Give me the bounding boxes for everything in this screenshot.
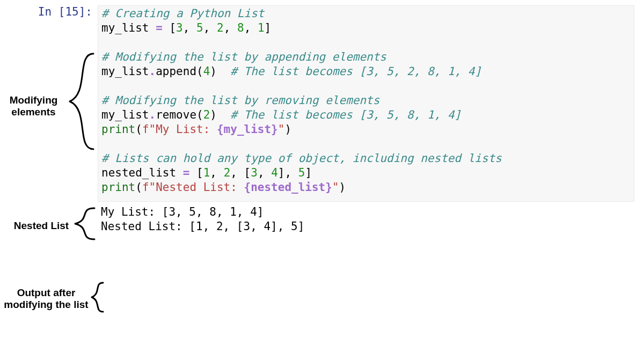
code-comment: # Modifying the list by removing element…	[101, 94, 379, 107]
output-line: Nested List: [1, 2, [3, 4], 5]	[101, 220, 304, 233]
input-prompt: In [15]:	[38, 5, 92, 18]
code-editor[interactable]: # Creating a Python List my_list = [3, 5…	[98, 5, 634, 202]
output-line: My List: [3, 5, 8, 1, 4]	[101, 205, 264, 218]
code-comment: # Modifying the list by appending elemen…	[101, 50, 386, 63]
code-comment: # The list becomes [3, 5, 8, 1, 4]	[230, 108, 461, 121]
code-comment: # The list becomes [3, 5, 2, 8, 1, 4]	[230, 65, 481, 78]
annotation-nested-list: Nested List	[12, 220, 71, 232]
output-area: My List: [3, 5, 8, 1, 4] Nested List: [1…	[98, 202, 634, 234]
notebook-cell: In [15]: # Creating a Python List my_lis…	[98, 5, 634, 234]
brace-icon	[65, 50, 97, 152]
input-row: In [15]: # Creating a Python List my_lis…	[98, 5, 634, 202]
annotation-output: Output after modifying the list	[1, 287, 92, 311]
brace-icon	[72, 205, 97, 243]
canvas: In [15]: # Creating a Python List my_lis…	[0, 0, 644, 338]
operator: =	[149, 21, 170, 34]
brace-icon	[90, 280, 105, 314]
code-comment: # Lists can hold any type of object, inc…	[101, 152, 502, 165]
code-comment: # Creating a Python List	[101, 7, 264, 20]
code-text: my_list	[101, 21, 149, 34]
annotation-modifying-elements: Modifying elements	[3, 94, 64, 118]
